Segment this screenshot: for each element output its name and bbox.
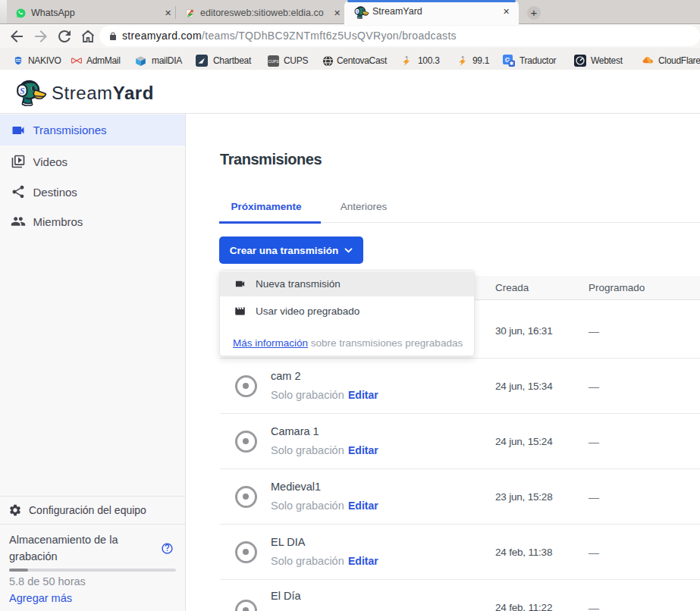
svg-text:S: S xyxy=(356,9,359,14)
svg-text:CUPS: CUPS xyxy=(268,58,279,63)
svg-text:S: S xyxy=(20,86,25,96)
svg-text:✱: ✱ xyxy=(510,61,514,66)
